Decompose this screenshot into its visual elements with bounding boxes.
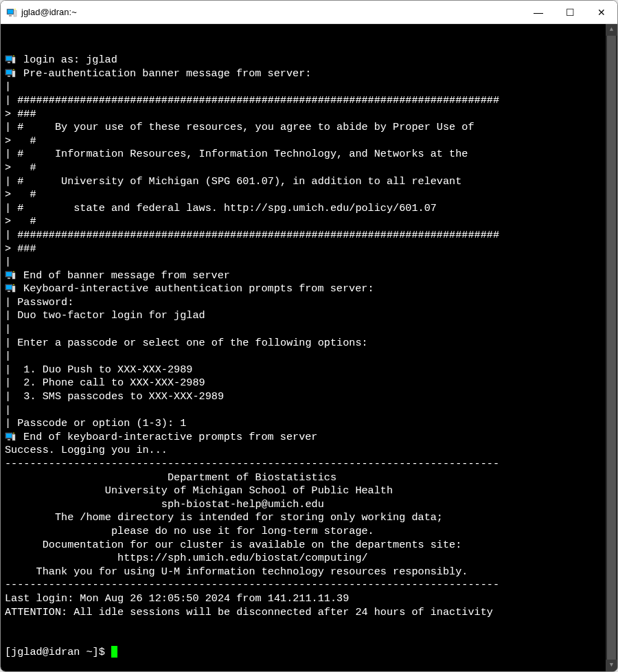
terminal-text: | <box>5 323 11 337</box>
scroll-down-button[interactable]: ▼ <box>606 660 617 671</box>
terminal-line: | <box>5 256 613 269</box>
terminal-text: | # University of Michigan (SPG 601.07),… <box>5 175 461 189</box>
terminal-text: | 1. Duo Push to XXX-XXX-2989 <box>5 363 192 377</box>
terminal-text: > # <box>5 161 36 175</box>
putty-window: jglad@idran:~ — ☐ ✕ login as: jglad Pre-… <box>0 0 618 672</box>
terminal-text: ATTENTION: All idle sessions will be dis… <box>5 606 493 620</box>
terminal-text: Pre-authentication banner message from s… <box>17 67 311 81</box>
terminal-line: please do no use it for long-term storag… <box>5 525 613 539</box>
putty-line-icon <box>5 269 16 280</box>
terminal-text: | <box>5 80 11 94</box>
putty-line-icon <box>5 282 16 293</box>
window-title: jglad@idran:~ <box>21 7 523 17</box>
svg-rect-9 <box>6 70 12 74</box>
putty-line-icon <box>5 431 16 442</box>
minimize-button[interactable]: — <box>523 1 554 23</box>
terminal-text: ----------------------------------------… <box>5 579 499 592</box>
shell-prompt: [jglad@idran ~]$ <box>5 646 111 660</box>
terminal-line: The /home directory is intended for stor… <box>5 511 613 525</box>
maximize-button[interactable]: ☐ <box>554 1 586 23</box>
terminal-line: University of Michigan School of Public … <box>5 484 613 498</box>
terminal-line: End of banner message from server <box>5 269 613 283</box>
svg-rect-18 <box>12 286 15 292</box>
terminal-line: | <box>5 350 613 363</box>
terminal-text: Keyboard-interactive authentication prom… <box>17 282 374 296</box>
terminal-text: | Enter a passcode or select one of the … <box>5 337 368 350</box>
svg-rect-21 <box>6 434 12 438</box>
terminal-text: login as: jglad <box>17 54 117 67</box>
terminal-line: | Duo two-factor login for jglad <box>5 309 613 323</box>
prompt-line: [jglad@idran ~]$ <box>5 646 613 660</box>
terminal-line: Pre-authentication banner message from s… <box>5 67 613 81</box>
svg-rect-1 <box>8 10 13 14</box>
scrollbar[interactable]: ▲ ▼ <box>606 24 617 671</box>
terminal-text: End of keyboard-interactive prompts from… <box>17 431 317 445</box>
terminal-text: Success. Logging you in... <box>5 444 168 458</box>
terminal-text: | ######################################… <box>5 94 499 108</box>
scrollbar-track[interactable] <box>606 36 617 660</box>
terminal-text: > # <box>5 215 36 229</box>
terminal-text: please do no use it for long-term storag… <box>5 525 374 539</box>
svg-rect-22 <box>12 434 15 440</box>
terminal-line: | <box>5 80 613 94</box>
terminal-text: | 2. Phone call to XXX-XXX-2989 <box>5 377 205 390</box>
terminal-line: | <box>5 404 613 418</box>
terminal-line: > ### <box>5 243 613 256</box>
title-bar[interactable]: jglad@idran:~ — ☐ ✕ <box>1 1 617 24</box>
terminal-line: > ### <box>5 108 613 122</box>
terminal-text: End of banner message from server <box>17 269 230 283</box>
terminal-text: | 3. SMS passcodes to XXX-XXX-2989 <box>5 390 224 404</box>
terminal-line: | 1. Duo Push to XXX-XXX-2989 <box>5 363 613 377</box>
terminal-text: > # <box>5 135 36 148</box>
terminal-text: | <box>5 404 11 418</box>
svg-rect-13 <box>6 272 12 276</box>
terminal-text: | Duo two-factor login for jglad <box>5 309 205 323</box>
terminal-text: > ### <box>5 243 36 256</box>
terminal-text: | <box>5 256 11 269</box>
terminal-line: https://sph.umich.edu/biostat/computing/ <box>5 552 613 565</box>
terminal-text: Documentation for our cluster is availab… <box>5 539 461 552</box>
terminal-line: | # Information Resources, Information T… <box>5 148 613 161</box>
terminal-line: | 3. SMS passcodes to XXX-XXX-2989 <box>5 390 613 404</box>
terminal-text: | Passcode or option (1-3): 1 <box>5 417 186 431</box>
terminal-line: ATTENTION: All idle sessions will be dis… <box>5 606 613 620</box>
terminal-line: | # state and federal laws. http://spg.u… <box>5 202 613 216</box>
terminal-text: | # Information Resources, Information T… <box>5 148 468 161</box>
svg-rect-10 <box>12 71 15 77</box>
terminal-text: The /home directory is intended for stor… <box>5 511 443 525</box>
terminal-line: > # <box>5 161 613 175</box>
svg-rect-2 <box>14 10 16 16</box>
terminal-text: ----------------------------------------… <box>5 458 499 471</box>
terminal[interactable]: login as: jglad Pre-authentication banne… <box>1 24 617 671</box>
terminal-text: Last login: Mon Aug 26 12:05:50 2024 fro… <box>5 592 349 606</box>
cursor <box>111 646 117 658</box>
terminal-line: Thank you for using U-M information tech… <box>5 565 613 579</box>
terminal-text: > # <box>5 188 36 202</box>
terminal-line: > # <box>5 135 613 148</box>
svg-rect-5 <box>6 56 12 60</box>
terminal-text: sph-biostat-help@umich.edu <box>5 498 324 512</box>
terminal-line: login as: jglad <box>5 54 613 67</box>
terminal-line: | Password: <box>5 296 613 310</box>
putty-line-icon <box>5 67 16 78</box>
terminal-line: End of keyboard-interactive prompts from… <box>5 431 613 445</box>
terminal-text: Department of Biostatistics <box>5 471 336 485</box>
window-controls: — ☐ ✕ <box>523 1 617 23</box>
scrollbar-thumb[interactable] <box>607 36 616 660</box>
terminal-line: | ######################################… <box>5 94 613 108</box>
terminal-text: | # state and federal laws. http://spg.u… <box>5 202 437 216</box>
terminal-line: | ######################################… <box>5 229 613 243</box>
terminal-line: > # <box>5 215 613 229</box>
close-button[interactable]: ✕ <box>586 1 617 23</box>
terminal-line: ----------------------------------------… <box>5 458 613 471</box>
terminal-line: | 2. Phone call to XXX-XXX-2989 <box>5 377 613 390</box>
terminal-line: Last login: Mon Aug 26 12:05:50 2024 fro… <box>5 592 613 606</box>
svg-rect-17 <box>6 285 12 289</box>
putty-line-icon <box>5 54 16 65</box>
terminal-line: Success. Logging you in... <box>5 444 613 458</box>
svg-rect-14 <box>12 273 15 279</box>
scroll-up-button[interactable]: ▲ <box>606 24 617 36</box>
svg-rect-6 <box>12 57 15 63</box>
terminal-content: login as: jglad Pre-authentication banne… <box>5 54 613 619</box>
terminal-text: | Password: <box>5 296 73 310</box>
